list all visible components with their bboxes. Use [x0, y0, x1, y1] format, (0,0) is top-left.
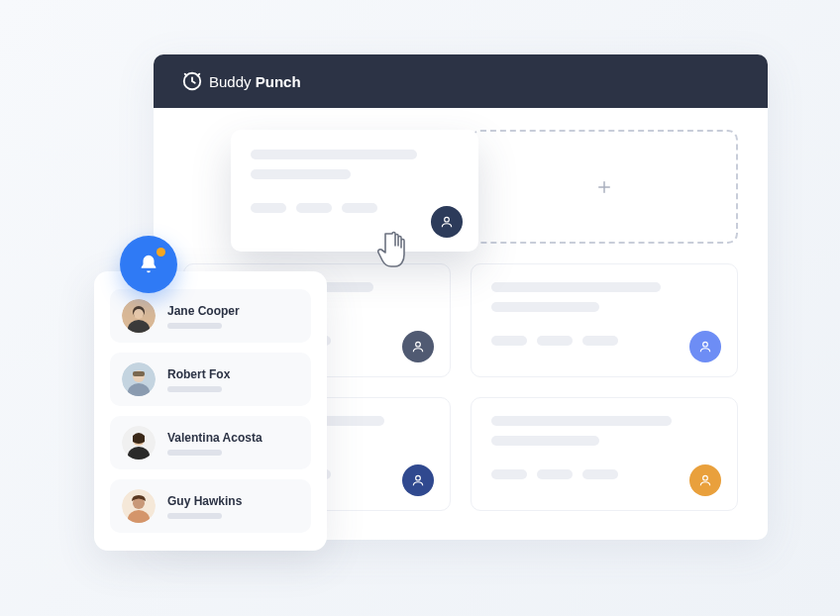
- skeleton-line: [167, 450, 222, 456]
- user-icon: [698, 340, 712, 354]
- skeleton-line: [167, 386, 222, 392]
- svg-point-1: [416, 342, 421, 347]
- svg-point-9: [134, 309, 144, 319]
- skeleton-pill: [251, 203, 286, 213]
- shift-card[interactable]: [471, 263, 738, 377]
- svg-point-5: [445, 217, 450, 222]
- skeleton-pill: [342, 203, 377, 213]
- avatar: [122, 489, 156, 523]
- skeleton-line: [491, 416, 672, 426]
- skeleton-line: [491, 282, 661, 292]
- skeleton-line: [167, 513, 222, 519]
- notifications-panel: Jane Cooper Robert Fox Valentina Acosta …: [94, 271, 327, 551]
- clock-icon: [181, 70, 203, 92]
- assignee-avatar[interactable]: [431, 206, 463, 238]
- skeleton-line: [491, 302, 599, 312]
- user-icon: [440, 215, 454, 229]
- shift-card[interactable]: [471, 397, 738, 511]
- skeleton-pill: [537, 336, 573, 346]
- skeleton-pill: [582, 469, 618, 479]
- skeleton-pill: [491, 469, 527, 479]
- notification-item[interactable]: Guy Hawkins: [110, 479, 311, 533]
- person-name: Valentina Acosta: [167, 431, 299, 445]
- skeleton-pill: [582, 336, 618, 346]
- brand-name: Buddy Punch: [209, 73, 301, 90]
- assignee-avatar[interactable]: [402, 464, 434, 496]
- notification-item[interactable]: Jane Cooper: [110, 289, 311, 343]
- skeleton-line: [167, 323, 222, 329]
- user-icon: [698, 473, 712, 487]
- notification-item[interactable]: Robert Fox: [110, 353, 311, 406]
- app-header: Buddy Punch: [154, 54, 768, 108]
- dragging-shift-card[interactable]: [231, 130, 478, 252]
- assignee-avatar[interactable]: [689, 464, 721, 496]
- skeleton-pill: [296, 203, 332, 213]
- add-shift-slot[interactable]: [471, 130, 738, 244]
- skeleton-pill: [537, 469, 573, 479]
- svg-point-4: [703, 475, 708, 480]
- person-name: Robert Fox: [167, 367, 299, 381]
- bell-icon: [138, 254, 159, 275]
- user-icon: [411, 473, 425, 487]
- skeleton-pill: [491, 336, 527, 346]
- user-icon: [411, 340, 425, 354]
- avatar: [122, 426, 156, 460]
- svg-rect-13: [133, 371, 145, 376]
- svg-point-2: [703, 342, 708, 347]
- plus-icon: [595, 178, 613, 196]
- person-name: Jane Cooper: [167, 304, 299, 318]
- skeleton-line: [251, 169, 351, 179]
- avatar: [122, 362, 156, 396]
- skeleton-line: [251, 150, 417, 159]
- person-name: Guy Hawkins: [167, 494, 299, 508]
- brand-logo: Buddy Punch: [181, 70, 301, 92]
- avatar: [122, 299, 156, 333]
- notification-item[interactable]: Valentina Acosta: [110, 416, 311, 469]
- notifications-button[interactable]: [120, 236, 177, 293]
- svg-point-3: [416, 475, 421, 480]
- assignee-avatar[interactable]: [402, 331, 434, 362]
- pointer-cursor-icon: [376, 226, 418, 273]
- assignee-avatar[interactable]: [689, 331, 721, 362]
- skeleton-line: [491, 436, 599, 446]
